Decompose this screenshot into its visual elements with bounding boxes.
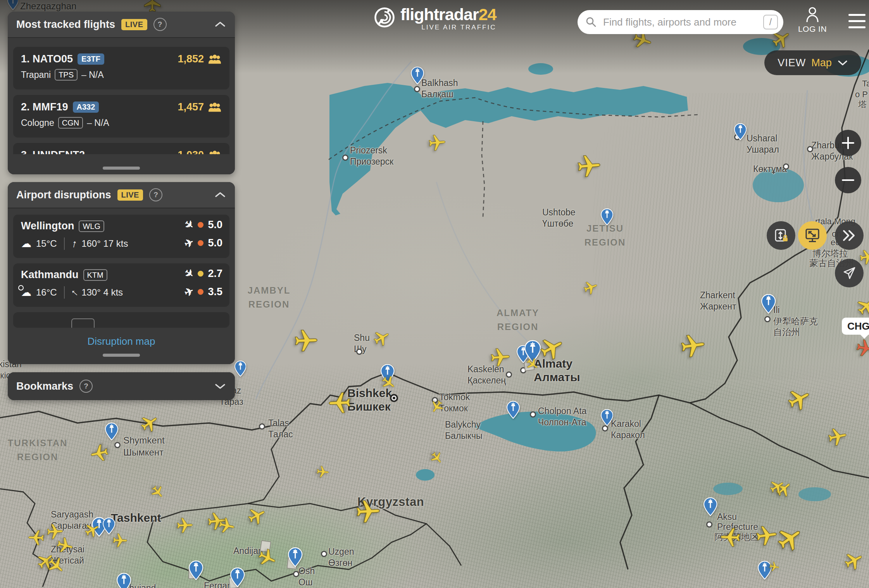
chevron-up-icon[interactable] [214,21,226,28]
aircraft-icon[interactable] [28,529,44,546]
airport-disruption-row[interactable]: Wellington WLG ☁ 15°C ↑ 160° 17 kts ✈5.0… [13,215,229,258]
temperature: 15°C [36,238,57,249]
flight-callsign: 2. MMF19 [21,101,68,113]
flight-route: TrapaniTPS– N/A [13,65,229,81]
radar-icon [373,6,396,29]
brand-24: 24 [479,5,497,24]
drag-handle[interactable] [103,167,140,170]
panel-title: Bookmarks [16,380,73,392]
severity-dot [198,240,203,246]
zoom-out-button[interactable] [835,167,861,193]
flightradar24-logo[interactable]: flightradar24 LIVE AIR TRAFFIC [373,6,496,31]
aircraft-icon[interactable] [490,347,510,367]
severity-dot [198,271,203,277]
aircraft-icon[interactable] [827,426,849,448]
zoom-in-button[interactable] [835,130,861,156]
flight-row[interactable]: 2. MMF19 A332 1,457 CologneCGN– N/A [13,95,229,138]
chevron-down-icon[interactable] [214,382,226,390]
aircraft-icon[interactable] [379,373,399,393]
aircraft-icon[interactable] [148,483,167,501]
partly-cloudy-icon: ☁ [21,286,31,299]
aircraft-icon[interactable] [784,384,814,414]
aircraft-icon[interactable] [112,533,128,548]
aircraft-icon[interactable] [137,411,162,435]
aircraft-icon[interactable] [143,0,161,12]
panel-title: Airport disruptions [16,189,111,201]
menu-icon[interactable] [848,14,866,33]
airport-name: Wellington [21,220,74,232]
aircraft-icon[interactable] [428,133,447,152]
flight-label-callout[interactable]: CHG2 [842,318,869,335]
login-label: LOG IN [795,24,830,34]
flight-row[interactable]: 1. NATO05 E3TF 1,852 TrapaniTPS– N/A [13,47,229,89]
flight-label-text: CHG2 [847,320,869,332]
airport-name: Kathmandu [21,269,79,281]
chevron-down-icon [837,59,848,66]
airport-code-badge: KTM [83,269,107,281]
aircraft-icon[interactable] [855,338,869,358]
aircraft-icon[interactable] [294,328,318,352]
airport-code-badge: TPS [55,69,78,81]
flight-route: CologneCGN– N/A [13,113,229,129]
window-lock-icon [773,227,789,244]
aircraft-icon[interactable] [772,521,807,555]
aircraft-icon[interactable] [841,548,867,573]
aircraft-icon[interactable] [316,465,330,479]
aircraft-icon[interactable] [176,517,193,533]
airport-disruption-row[interactable]: Kathmandu KTM ☁ 16°C ↑ 130° 4 kts ✈2.7 ✈… [13,263,229,307]
aircraft-icon[interactable] [89,443,110,464]
expand-panel-button[interactable] [835,221,864,250]
aircraft-icon[interactable] [428,449,445,466]
airport-row-partial[interactable] [13,312,229,328]
aircraft-icon[interactable] [428,397,446,416]
user-icon [805,7,819,22]
map-canvas[interactable]: ZhezqazghanBalkhashБалқашPriozerskПриозе… [0,0,869,588]
aircraft-icon[interactable] [679,332,707,359]
aircraft-icon[interactable] [217,516,236,535]
view-label: VIEW [778,57,806,69]
aircraft-icon[interactable] [769,561,780,573]
aircraft-icon[interactable] [371,327,393,349]
airport-code-badge: WLG [79,220,104,232]
plane-takeoff-icon: ✈ [183,236,196,251]
aircraft-icon[interactable] [859,248,869,266]
aircraft-icon[interactable] [853,293,869,319]
aircraft-icon[interactable] [82,520,102,540]
aircraft-icon[interactable] [524,356,541,373]
brand-text: flightradar [400,5,479,24]
severity-dot [198,289,203,295]
aircraft-icon[interactable] [245,504,269,528]
viewers-icon [208,54,222,64]
most-tracked-flights-panel: Most tracked flights LIVE ? 1. NATO05 E3… [8,12,235,174]
disruption-map-link[interactable]: Disruption map [8,328,235,347]
aircraft-icon[interactable] [255,546,279,569]
aircraft-icon[interactable] [582,279,600,296]
airport-disruptions-header[interactable]: Airport disruptions LIVE ? [8,182,235,208]
lock-panels-button[interactable] [767,221,795,250]
bookmarks-header[interactable]: Bookmarks ? [8,372,235,400]
temperature: 16°C [36,287,57,298]
view-selector[interactable]: VIEW Map [764,50,861,75]
search-icon [585,16,597,28]
minus-icon [841,173,855,187]
aircraft-icon[interactable] [355,499,381,524]
geolocation-button[interactable] [835,259,864,287]
chevron-up-icon[interactable] [214,191,226,199]
aircraft-icon[interactable] [328,391,351,414]
aircraft-icon[interactable] [536,332,567,363]
bookmarks-panel: Bookmarks ? [8,372,235,400]
screen-mode-button[interactable] [798,221,827,250]
aircraft-type-badge: A332 [73,101,99,113]
aircraft-icon[interactable] [55,535,75,555]
help-icon[interactable]: ? [79,380,93,393]
help-icon[interactable]: ? [153,18,167,31]
monitor-arrow-icon [803,227,821,244]
aircraft-icon[interactable] [720,527,741,548]
drag-handle[interactable] [103,354,140,357]
search-bar[interactable]: / [578,10,783,34]
help-icon[interactable]: ? [149,188,162,201]
login-button[interactable]: LOG IN [795,7,830,34]
aircraft-icon[interactable] [576,153,602,178]
search-input[interactable] [602,16,763,29]
most-tracked-flights-header[interactable]: Most tracked flights LIVE ? [8,12,235,38]
